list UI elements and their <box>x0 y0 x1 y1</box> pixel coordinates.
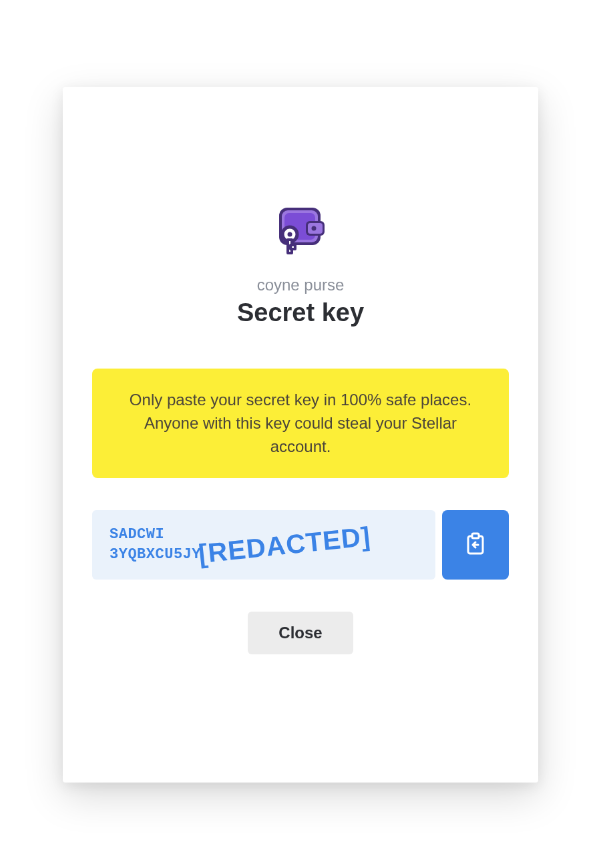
svg-point-5 <box>312 226 317 231</box>
page-title: Secret key <box>237 298 364 327</box>
secret-key-display[interactable]: SADCWI 3YQBXCU5JY [REDACTED] <box>92 510 435 579</box>
clipboard-paste-icon <box>465 532 486 558</box>
svg-rect-11 <box>472 533 479 538</box>
svg-point-7 <box>288 232 292 237</box>
wallet-key-icon <box>274 204 327 257</box>
wallet-name-subtitle: coyne purse <box>257 276 345 294</box>
warning-text: Only paste your secret key in 100% safe … <box>119 389 482 458</box>
secret-key-modal: coyne purse Secret key Only paste your s… <box>63 87 538 783</box>
close-button[interactable]: Close <box>248 612 353 654</box>
copy-to-clipboard-button[interactable] <box>442 510 509 579</box>
warning-banner: Only paste your secret key in 100% safe … <box>92 369 509 478</box>
secret-key-row: SADCWI 3YQBXCU5JY [REDACTED] <box>92 510 509 579</box>
svg-rect-9 <box>290 245 295 249</box>
